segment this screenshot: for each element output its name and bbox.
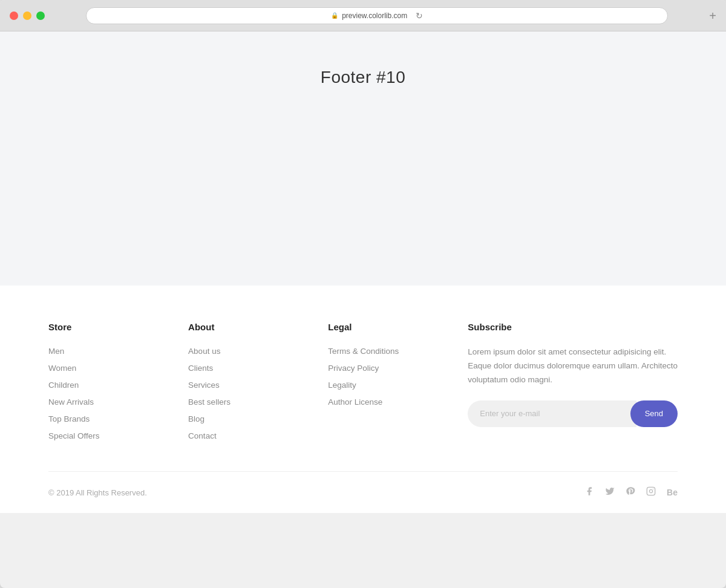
close-button[interactable] <box>10 11 18 20</box>
about-heading: About <box>188 322 328 332</box>
footer-bottom: © 2019 All Rights Reserved. Be <box>48 471 678 513</box>
about-link-services[interactable]: Services <box>188 381 220 390</box>
instagram-icon[interactable] <box>646 486 656 498</box>
list-item: Special Offers <box>48 430 188 441</box>
list-item: Author License <box>328 396 468 407</box>
subscribe-heading: Subscribe <box>468 322 678 332</box>
copyright-text: © 2019 All Rights Reserved. <box>48 488 147 497</box>
footer: Store Men Women Children New Arrivals To… <box>0 286 726 513</box>
list-item: Legality <box>328 379 468 390</box>
store-link-children[interactable]: Children <box>48 381 79 390</box>
lock-icon: 🔒 <box>331 12 338 19</box>
legal-links: Terms & Conditions Privacy Policy Legali… <box>328 345 468 407</box>
list-item: Terms & Conditions <box>328 345 468 356</box>
about-link-about-us[interactable]: About us <box>188 347 220 356</box>
legal-link-terms[interactable]: Terms & Conditions <box>328 347 399 356</box>
legal-heading: Legal <box>328 322 468 332</box>
maximize-button[interactable] <box>36 11 45 20</box>
subscribe-description: Lorem ipsum dolor sit amet consectetur a… <box>468 345 678 387</box>
footer-col-legal: Legal Terms & Conditions Privacy Policy … <box>328 322 468 441</box>
address-bar[interactable]: 🔒 preview.colorlib.com ↻ <box>86 7 668 24</box>
about-link-best-sellers[interactable]: Best sellers <box>188 397 231 407</box>
reload-button[interactable]: ↻ <box>416 11 423 21</box>
about-links: About us Clients Services Best sellers B… <box>188 345 328 441</box>
new-tab-button[interactable]: + <box>709 10 716 22</box>
list-item: Clients <box>188 362 328 373</box>
footer-col-subscribe: Subscribe Lorem ipsum dolor sit amet con… <box>468 322 678 441</box>
footer-columns: Store Men Women Children New Arrivals To… <box>48 322 678 471</box>
footer-col-about: About About us Clients Services Best sel… <box>188 322 328 441</box>
pinterest-icon[interactable] <box>626 486 635 498</box>
twitter-icon[interactable] <box>605 486 615 498</box>
about-link-blog[interactable]: Blog <box>188 414 204 423</box>
list-item: Privacy Policy <box>328 362 468 373</box>
about-link-clients[interactable]: Clients <box>188 364 213 373</box>
list-item: Women <box>48 362 188 373</box>
footer-col-store: Store Men Women Children New Arrivals To… <box>48 322 188 441</box>
list-item: Children <box>48 379 188 390</box>
social-icons: Be <box>584 486 678 498</box>
store-link-top-brands[interactable]: Top Brands <box>48 414 90 423</box>
list-item: Services <box>188 379 328 390</box>
store-link-special-offers[interactable]: Special Offers <box>48 431 100 440</box>
list-item: New Arrivals <box>48 396 188 407</box>
store-link-women[interactable]: Women <box>48 364 76 373</box>
store-heading: Store <box>48 322 188 332</box>
facebook-icon[interactable] <box>584 486 594 498</box>
legal-link-legality[interactable]: Legality <box>328 381 356 390</box>
list-item: About us <box>188 345 328 356</box>
url-text: preview.colorlib.com <box>342 11 407 20</box>
list-item: Best sellers <box>188 396 328 407</box>
page-title: Footer #10 <box>321 68 405 87</box>
store-links: Men Women Children New Arrivals Top Bran… <box>48 345 188 441</box>
store-link-new-arrivals[interactable]: New Arrivals <box>48 397 94 407</box>
behance-icon[interactable]: Be <box>667 488 678 497</box>
list-item: Men <box>48 345 188 356</box>
browser-window: 🔒 preview.colorlib.com ↻ + Footer #10 St… <box>0 0 726 588</box>
page-content-area: Footer #10 <box>0 31 726 286</box>
legal-link-privacy[interactable]: Privacy Policy <box>328 364 379 373</box>
list-item: Top Brands <box>48 413 188 424</box>
list-item: Contact <box>188 430 328 441</box>
store-link-men[interactable]: Men <box>48 347 64 356</box>
legal-link-author-license[interactable]: Author License <box>328 397 382 407</box>
send-button[interactable]: Send <box>630 400 678 427</box>
subscribe-form: Send <box>468 400 678 427</box>
svg-rect-0 <box>647 487 655 495</box>
email-input[interactable] <box>468 400 636 427</box>
minimize-button[interactable] <box>23 11 31 20</box>
about-link-contact[interactable]: Contact <box>188 431 217 440</box>
browser-titlebar: 🔒 preview.colorlib.com ↻ + <box>0 0 726 31</box>
list-item: Blog <box>188 413 328 424</box>
